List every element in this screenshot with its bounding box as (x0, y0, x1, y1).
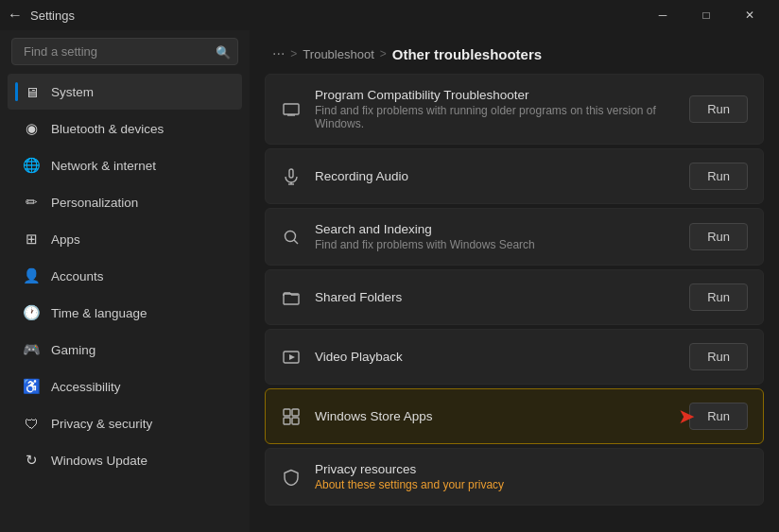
sidebar-item-label-time: Time & language (51, 306, 147, 320)
search-indexing-btn-wrap: Run (689, 223, 748, 250)
sidebar-item-label-gaming: Gaming (51, 343, 95, 357)
minimize-button[interactable]: ─ (641, 0, 684, 30)
back-button[interactable]: ← (8, 7, 23, 24)
svg-rect-14 (292, 418, 299, 424)
windows-update-icon: ↻ (23, 452, 40, 469)
app-title: Settings (30, 9, 75, 23)
svg-marker-10 (289, 354, 295, 360)
search-indexing-icon (281, 227, 302, 248)
shared-folders-run-button[interactable]: Run (689, 283, 748, 311)
search-input[interactable] (11, 38, 238, 65)
program-compat-btn-wrap: Run (689, 95, 748, 123)
windows-store-apps-btn-wrap: Run➤ (689, 403, 748, 430)
search-indexing-run-button[interactable]: Run (689, 223, 748, 250)
recording-audio-btn-wrap: Run (689, 163, 748, 190)
privacy-resources-link[interactable]: About these settings and your privacy (315, 478, 504, 491)
sidebar-item-label-windows-update: Windows Update (51, 454, 147, 468)
shared-folders-icon (281, 287, 302, 308)
program-compat-info: Program Compatibility TroubleshooterFind… (315, 88, 676, 130)
breadcrumb: ··· > Troubleshoot > Other troubleshoote… (250, 30, 779, 74)
program-compat-desc: Find and fix problems with running older… (315, 104, 676, 130)
svg-rect-11 (284, 409, 290, 416)
personalization-icon: ✏ (23, 194, 40, 211)
troubleshooter-row-search-indexing: Search and IndexingFind and fix problems… (265, 208, 764, 266)
svg-rect-13 (284, 418, 290, 424)
sidebar-item-privacy[interactable]: 🛡Privacy & security (8, 405, 242, 441)
breadcrumb-sep2: > (380, 47, 387, 60)
recording-audio-title: Recording Audio (315, 169, 676, 183)
sidebar-item-network[interactable]: 🌐Network & internet (8, 147, 242, 183)
sidebar-item-label-network: Network & internet (51, 159, 156, 173)
breadcrumb-current: Other troubleshooters (392, 46, 542, 62)
privacy-resources-info: Privacy resourcesAbout these settings an… (315, 462, 748, 491)
accounts-icon: 👤 (23, 267, 40, 284)
windows-store-apps-run-button[interactable]: Run (689, 403, 748, 430)
windows-store-apps-title: Windows Store Apps (315, 409, 676, 423)
window-controls: ─ □ ✕ (641, 0, 771, 30)
windows-store-apps-icon (281, 406, 302, 427)
video-playback-btn-wrap: Run (689, 343, 748, 370)
breadcrumb-link[interactable]: Troubleshoot (303, 47, 373, 61)
program-compat-icon (281, 99, 302, 120)
sidebar-item-label-accessibility: Accessibility (51, 380, 121, 394)
search-indexing-desc: Find and fix problems with Windows Searc… (315, 238, 676, 251)
recording-audio-run-button[interactable]: Run (689, 163, 748, 190)
sidebar-item-accounts[interactable]: 👤Accounts (8, 258, 242, 294)
svg-point-6 (286, 231, 296, 241)
maximize-button[interactable]: □ (684, 0, 728, 30)
sidebar-item-apps[interactable]: ⊞Apps (8, 221, 242, 257)
recording-audio-icon (281, 166, 302, 187)
svg-rect-3 (289, 169, 293, 178)
recording-audio-info: Recording Audio (315, 169, 676, 183)
sidebar-item-label-personalization: Personalization (51, 196, 138, 210)
sidebar-item-gaming[interactable]: 🎮Gaming (8, 332, 242, 368)
privacy-resources-row: Privacy resourcesAbout these settings an… (265, 448, 764, 506)
troubleshooter-row-program-compat: Program Compatibility TroubleshooterFind… (265, 74, 764, 145)
search-icon: 🔍 (216, 44, 231, 59)
titlebar: ← Settings ─ □ ✕ (0, 0, 779, 30)
search-container: 🔍 (11, 38, 238, 65)
troubleshooter-row-recording-audio: Recording AudioRun (265, 148, 764, 204)
sidebar-item-label-accounts: Accounts (51, 269, 104, 283)
search-indexing-info: Search and IndexingFind and fix problems… (315, 222, 676, 251)
privacy-shield-icon (281, 467, 302, 488)
main-layout: 🔍 🖥System◉Bluetooth & devices🌐Network & … (0, 30, 779, 532)
sidebar-item-bluetooth[interactable]: ◉Bluetooth & devices (8, 111, 242, 146)
troubleshooter-row-windows-store-apps: Windows Store AppsRun➤ (265, 388, 764, 444)
time-icon: 🕐 (23, 304, 40, 321)
troubleshooter-row-video-playback: Video PlaybackRun (265, 329, 764, 385)
svg-rect-0 (284, 104, 299, 114)
nav-list: 🖥System◉Bluetooth & devices🌐Network & in… (0, 73, 250, 479)
shared-folders-btn-wrap: Run (689, 283, 748, 311)
network-icon: 🌐 (23, 157, 40, 174)
sidebar-item-accessibility[interactable]: ♿Accessibility (8, 369, 242, 404)
video-playback-title: Video Playback (315, 350, 676, 364)
sidebar-item-system[interactable]: 🖥System (8, 74, 242, 110)
program-compat-run-button[interactable]: Run (689, 95, 748, 123)
program-compat-title: Program Compatibility Troubleshooter (315, 88, 676, 102)
gaming-icon: 🎮 (23, 341, 40, 358)
sidebar: 🔍 🖥System◉Bluetooth & devices🌐Network & … (0, 30, 250, 532)
breadcrumb-dots[interactable]: ··· (272, 45, 285, 62)
svg-line-7 (294, 240, 298, 244)
active-indicator (15, 82, 18, 101)
troubleshooters-list: Program Compatibility TroubleshooterFind… (250, 74, 779, 532)
system-icon: 🖥 (23, 83, 40, 100)
video-playback-run-button[interactable]: Run (689, 343, 748, 370)
close-button[interactable]: ✕ (728, 0, 771, 30)
search-indexing-title: Search and Indexing (315, 222, 676, 236)
shared-folders-info: Shared Folders (315, 290, 676, 304)
video-playback-icon (281, 347, 302, 368)
troubleshooter-row-shared-folders: Shared FoldersRun (265, 269, 764, 325)
apps-icon: ⊞ (23, 231, 40, 248)
shared-folders-title: Shared Folders (315, 290, 676, 304)
privacy-icon: 🛡 (23, 415, 40, 432)
sidebar-item-time[interactable]: 🕐Time & language (8, 295, 242, 331)
bluetooth-icon: ◉ (23, 120, 40, 137)
video-playback-info: Video Playback (315, 350, 676, 364)
windows-store-apps-info: Windows Store Apps (315, 409, 676, 423)
sidebar-item-label-system: System (51, 85, 94, 99)
sidebar-item-personalization[interactable]: ✏Personalization (8, 184, 242, 220)
svg-rect-12 (292, 409, 299, 416)
sidebar-item-windows-update[interactable]: ↻Windows Update (8, 442, 242, 478)
